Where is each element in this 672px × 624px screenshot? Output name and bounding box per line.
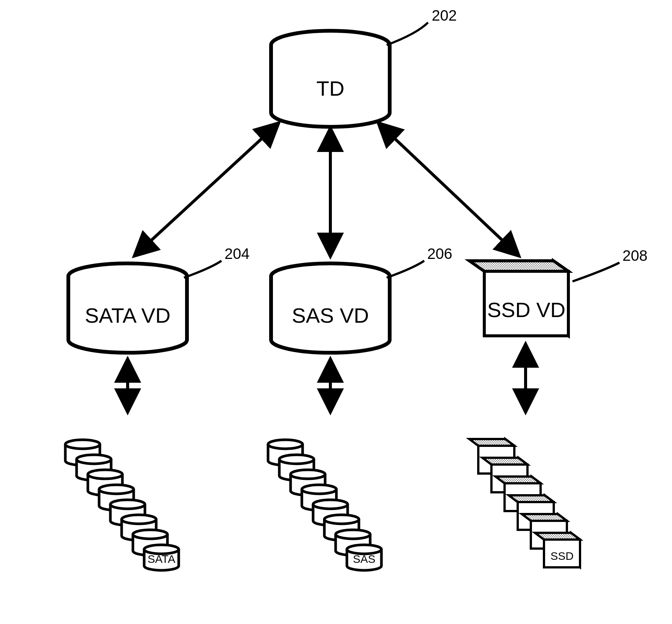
node-ssd-vd: SSD VD <box>469 261 568 336</box>
array-sas-label: SAS <box>353 553 375 565</box>
node-sas-vd: SAS VD <box>271 263 390 353</box>
array-ssd: SSD <box>469 439 580 567</box>
arrow-td-ssd <box>379 124 518 255</box>
node-td-label: TD <box>316 77 345 100</box>
node-sas-vd-label: SAS VD <box>292 304 369 327</box>
arrow-td-sata <box>135 124 278 255</box>
callout-202: 202 <box>387 7 457 45</box>
node-sata-vd-label: SATA VD <box>85 304 170 327</box>
callout-206-label: 206 <box>427 245 452 262</box>
array-sas: SAS <box>268 440 381 570</box>
array-ssd-label: SSD <box>550 550 574 562</box>
array-sata-label: SATA <box>148 553 175 565</box>
node-td: TD <box>271 31 390 127</box>
array-sata: SATA <box>65 440 179 570</box>
node-ssd-vd-label: SSD VD <box>487 298 566 322</box>
callout-202-label: 202 <box>432 7 457 24</box>
callout-208-label: 208 <box>622 247 648 264</box>
callout-208: 208 <box>573 247 648 281</box>
callout-206: 206 <box>387 245 452 278</box>
callout-204: 204 <box>184 245 250 278</box>
node-sata-vd: SATA VD <box>68 263 187 353</box>
callout-204-label: 204 <box>225 245 250 262</box>
